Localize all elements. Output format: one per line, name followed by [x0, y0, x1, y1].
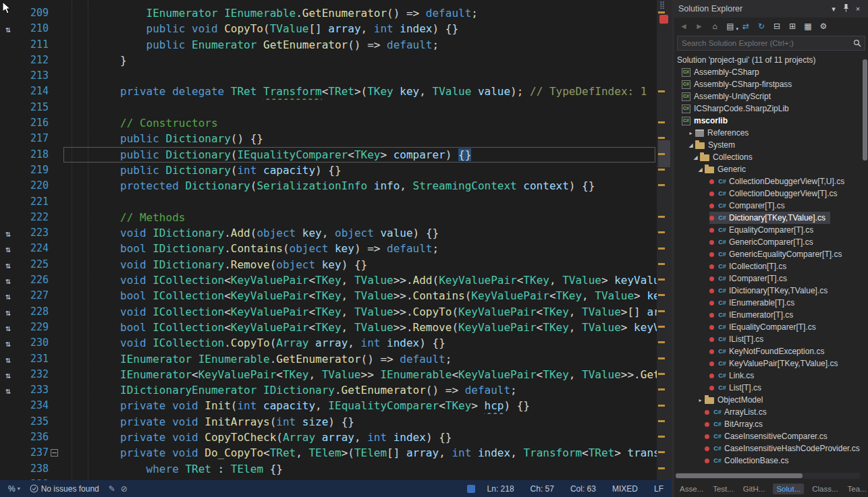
line-number[interactable]: 216 — [16, 115, 49, 131]
line-number[interactable]: 230 — [16, 335, 49, 351]
code-text[interactable]: IEnumerator<KeyValuePair<TKey, TValue>> … — [62, 367, 672, 382]
collapse-arrow-icon[interactable]: ◢ — [691, 154, 700, 160]
code-text[interactable]: void ICollection<KeyValuePair<TKey, TVal… — [62, 304, 672, 320]
code-text[interactable]: bool ICollection<KeyValuePair<TKey, TVal… — [62, 320, 672, 335]
code-line[interactable]: ⇅226 void ICollection<KeyValuePair<TKey,… — [0, 272, 672, 288]
code-line[interactable]: ⇅227 bool ICollection<KeyValuePair<TKey,… — [0, 288, 672, 303]
glyph-margin[interactable] — [0, 115, 16, 131]
issues-check-icon[interactable] — [30, 484, 38, 493]
issues-status[interactable]: No issues found — [41, 484, 99, 494]
glyph-margin[interactable]: ⇅ — [0, 272, 16, 288]
editor-pane[interactable]: 209 IEnumerator IEnumerable.GetEnumerato… — [0, 0, 672, 480]
tree-vertical-scrollbar-thumb[interactable] — [863, 59, 867, 160]
implements-icon[interactable]: ⇅ — [5, 323, 11, 333]
code-line[interactable]: ⇅224 bool IDictionary.Contains(object ke… — [0, 241, 672, 256]
code-text[interactable]: IDictionaryEnumerator IDictionary.GetEnu… — [62, 382, 672, 398]
code-text[interactable]: protected Dictionary(SerializationInfo i… — [62, 178, 672, 194]
settings-wrench-icon[interactable]: ⚙ — [817, 22, 830, 31]
implements-icon[interactable]: ⇅ — [5, 308, 11, 318]
line-number[interactable]: 221 — [16, 194, 49, 210]
close-icon[interactable]: × — [852, 5, 864, 13]
line-number[interactable]: 215 — [16, 100, 49, 115]
code-line[interactable]: ⇅228 void ICollection<KeyValuePair<TKey,… — [0, 304, 672, 320]
switch-views-icon[interactable]: ▤▾ — [724, 22, 736, 31]
code-line[interactable]: 211 public Enumerator GetEnumerator() =>… — [0, 37, 672, 53]
tree-item[interactable]: Solution 'project-gui' (11 of 11 project… — [674, 54, 862, 66]
line-number[interactable]: 235 — [16, 414, 49, 430]
expand-arrow-icon[interactable]: ▸ — [686, 130, 695, 136]
zoom-level[interactable]: % — [8, 484, 16, 494]
code-line[interactable]: 213 — [0, 68, 672, 84]
sync-with-active-document-icon[interactable]: ⇄ — [740, 22, 752, 31]
implements-icon[interactable]: ⇅ — [5, 229, 11, 239]
implements-icon[interactable]: ⇅ — [5, 339, 11, 349]
glyph-margin[interactable] — [0, 68, 16, 84]
splitter-grip-icon[interactable]: ⣿ — [659, 1, 665, 9]
glyph-margin[interactable]: ⇅ — [0, 320, 16, 335]
implements-icon[interactable]: ⇅ — [5, 370, 11, 380]
code-text[interactable]: void IDictionary.Add(object key, object … — [62, 225, 672, 241]
glyph-margin[interactable] — [0, 194, 16, 210]
code-line[interactable]: ⇅210 public void CopyTo(TValue[] array, … — [0, 21, 672, 36]
home-icon[interactable]: ⌂ — [709, 22, 721, 31]
code-text[interactable] — [62, 194, 672, 210]
tool-window-tab[interactable]: GitH... — [742, 484, 767, 494]
tree-item[interactable]: C#EqualityComparer[T].cs — [674, 224, 862, 236]
tree-item[interactable]: C#ICSharpCode.SharpZipLib — [674, 103, 862, 115]
tool-window-tab[interactable]: Solut... — [773, 484, 804, 494]
tree-item[interactable]: C#Link.cs — [674, 370, 862, 382]
line-number[interactable]: 210 — [16, 21, 49, 36]
code-line[interactable]: ⇅229 bool ICollection<KeyValuePair<TKey,… — [0, 320, 672, 335]
glyph-margin[interactable] — [0, 210, 16, 225]
line-number[interactable]: 222 — [16, 210, 49, 225]
code-line[interactable]: 216 // Constructors — [0, 115, 672, 131]
glyph-margin[interactable]: ⇅ — [0, 304, 16, 320]
code-text[interactable]: // Constructors — [62, 115, 672, 131]
error-indicator-icon[interactable] — [659, 15, 668, 24]
tree-item[interactable]: C#IEqualityComparer[T].cs — [674, 321, 862, 333]
glyph-margin[interactable]: ⇅ — [0, 335, 16, 351]
tree-horizontal-scrollbar[interactable] — [676, 473, 860, 479]
search-icon[interactable] — [853, 39, 861, 47]
tree-item[interactable]: ◢System — [674, 139, 862, 151]
code-line[interactable]: 214 private delegate TRet Transform<TRet… — [0, 84, 672, 99]
forward-icon[interactable]: ► — [693, 22, 705, 31]
line-number[interactable]: 219 — [16, 163, 49, 178]
implements-icon[interactable]: ⇅ — [5, 24, 11, 34]
glyph-margin[interactable] — [0, 398, 16, 413]
encoding-indicator[interactable]: MIXED — [612, 484, 638, 494]
code-text[interactable] — [62, 100, 672, 115]
line-number[interactable]: 212 — [16, 53, 49, 68]
code-text[interactable]: } — [62, 53, 672, 68]
line-number[interactable]: 213 — [16, 68, 49, 84]
tree-item[interactable]: C#List[T].cs — [674, 382, 862, 394]
pin-icon[interactable] — [840, 4, 852, 13]
code-line[interactable]: ⇅231 IEnumerator IEnumerable.GetEnumerat… — [0, 351, 672, 367]
code-text[interactable]: public Enumerator GetEnumerator() => def… — [62, 37, 672, 53]
code-text[interactable]: public Dictionary() {} — [62, 131, 672, 146]
code-text[interactable]: void ICollection.CopyTo(Array array, int… — [62, 335, 672, 351]
glyph-margin[interactable] — [0, 53, 16, 68]
tree-item[interactable]: C#CollectionBase.cs — [674, 455, 862, 467]
code-text[interactable]: IEnumerator IEnumerable.GetEnumerator() … — [62, 5, 672, 21]
code-line[interactable]: ⇅233 IDictionaryEnumerator IDictionary.G… — [0, 382, 672, 398]
glyph-margin[interactable]: ⇅ — [0, 241, 16, 256]
code-line[interactable]: 221 — [0, 194, 672, 210]
line-number[interactable]: 228 — [16, 304, 49, 320]
code-text[interactable]: void IDictionary.Remove(object key) {} — [62, 257, 672, 272]
code-text[interactable]: public Dictionary(int capacity) {} — [62, 163, 672, 178]
code-line[interactable]: 218 public Dictionary(IEqualityComparer<… — [0, 147, 672, 163]
code-line[interactable]: 209 IEnumerator IEnumerable.GetEnumerato… — [0, 5, 672, 21]
tree-item[interactable]: C#IDictionary[TKey,TValue].cs — [674, 285, 862, 297]
glyph-margin[interactable]: ⇅ — [0, 21, 16, 36]
code-line[interactable]: 212 } — [0, 53, 672, 68]
line-number[interactable]: 227 — [16, 288, 49, 303]
collapse-arrow-icon[interactable]: ◢ — [686, 142, 695, 148]
line-number[interactable]: 229 — [16, 320, 49, 335]
code-line[interactable]: 222 // Methods — [0, 210, 672, 225]
code-line[interactable]: 220 protected Dictionary(SerializationIn… — [0, 178, 672, 194]
code-line[interactable]: 235 private void InitArrays(int size) {} — [0, 414, 672, 430]
tree-item[interactable]: ◢Collections — [674, 151, 862, 163]
solution-tree[interactable]: Solution 'project-gui' (11 of 11 project… — [674, 54, 862, 471]
tree-item[interactable]: C#Assembly-CSharp-firstpass — [674, 78, 862, 90]
